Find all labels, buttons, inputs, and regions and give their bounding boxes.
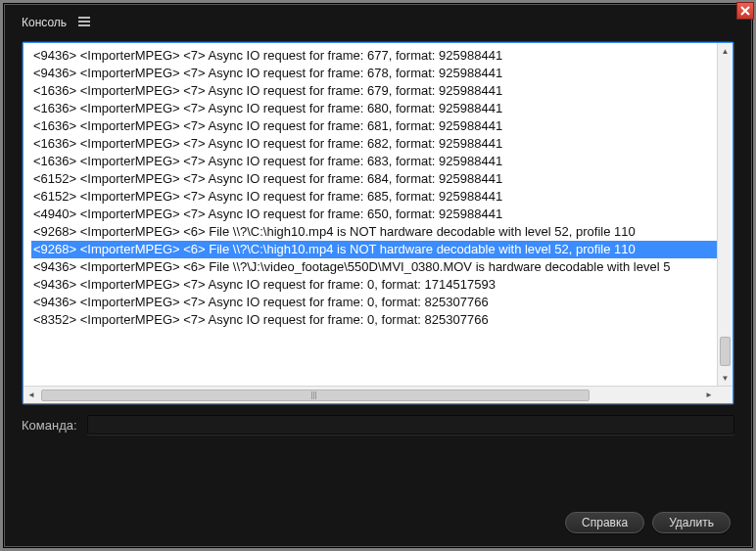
horizontal-scrollbar[interactable]: ◄ ►	[24, 386, 732, 403]
console-line[interactable]: <9436> <ImporterMPEG> <7> Async IO reque…	[31, 47, 725, 65]
console-line[interactable]: <1636> <ImporterMPEG> <7> Async IO reque…	[31, 117, 725, 135]
console-line[interactable]: <1636> <ImporterMPEG> <7> Async IO reque…	[31, 135, 725, 153]
help-button[interactable]: Справка	[565, 512, 644, 533]
window-title: Консоль	[22, 16, 67, 29]
console-line[interactable]: <1636> <ImporterMPEG> <7> Async IO reque…	[31, 153, 725, 170]
console-line[interactable]: <9268> <ImporterMPEG> <6> File \\?\C:\hi…	[31, 223, 725, 241]
svg-rect-2	[78, 24, 90, 26]
hscroll-track[interactable]	[39, 389, 701, 402]
console-line[interactable]: <9436> <ImporterMPEG> <7> Async IO reque…	[31, 294, 725, 311]
scroll-thumb[interactable]	[720, 337, 731, 366]
close-button[interactable]	[736, 2, 754, 20]
console-line[interactable]: <4940> <ImporterMPEG> <7> Async IO reque…	[31, 206, 725, 223]
panel-menu-icon[interactable]	[78, 16, 90, 29]
scroll-track[interactable]	[718, 59, 732, 370]
scroll-left-arrow-icon[interactable]: ◄	[24, 390, 39, 399]
console-textarea[interactable]: <9436> <ImporterMPEG> <7> Async IO reque…	[23, 42, 733, 404]
console-line[interactable]: <1636> <ImporterMPEG> <7> Async IO reque…	[31, 100, 725, 117]
hscroll-thumb[interactable]	[41, 390, 590, 401]
console-line[interactable]: <6152> <ImporterMPEG> <7> Async IO reque…	[31, 170, 725, 188]
console-line[interactable]: <9268> <ImporterMPEG> <6> File \\?\C:\hi…	[31, 241, 725, 258]
content-frame: <9436> <ImporterMPEG> <7> Async IO reque…	[22, 41, 734, 405]
console-line[interactable]: <9436> <ImporterMPEG> <6> File \\?\J:\vi…	[31, 258, 725, 276]
header: Консоль	[4, 4, 752, 41]
svg-rect-1	[78, 21, 90, 23]
console-line[interactable]: <8352> <ImporterMPEG> <7> Async IO reque…	[31, 311, 725, 329]
scroll-right-arrow-icon[interactable]: ►	[701, 390, 717, 399]
console-line[interactable]: <9436> <ImporterMPEG> <7> Async IO reque…	[31, 276, 725, 294]
command-label: Команда:	[22, 418, 77, 433]
console-line[interactable]: <9436> <ImporterMPEG> <7> Async IO reque…	[31, 65, 725, 82]
grip-icon	[311, 391, 319, 399]
vertical-scrollbar[interactable]: ▲ ▼	[717, 43, 732, 386]
command-input[interactable]	[87, 415, 734, 435]
console-line[interactable]: <6152> <ImporterMPEG> <7> Async IO reque…	[31, 188, 725, 206]
command-row: Команда:	[22, 415, 734, 435]
delete-button[interactable]: Удалить	[652, 512, 731, 533]
console-line[interactable]: <1636> <ImporterMPEG> <7> Async IO reque…	[31, 82, 725, 100]
close-icon	[740, 6, 750, 16]
svg-rect-0	[78, 17, 90, 19]
scroll-up-arrow-icon[interactable]: ▲	[718, 43, 732, 59]
console-window: Консоль <9436> <ImporterMPEG> <7> Async …	[3, 3, 753, 548]
scroll-down-arrow-icon[interactable]: ▼	[718, 370, 732, 386]
console-lines: <9436> <ImporterMPEG> <7> Async IO reque…	[24, 43, 732, 386]
button-bar: Справка Удалить	[565, 512, 731, 533]
